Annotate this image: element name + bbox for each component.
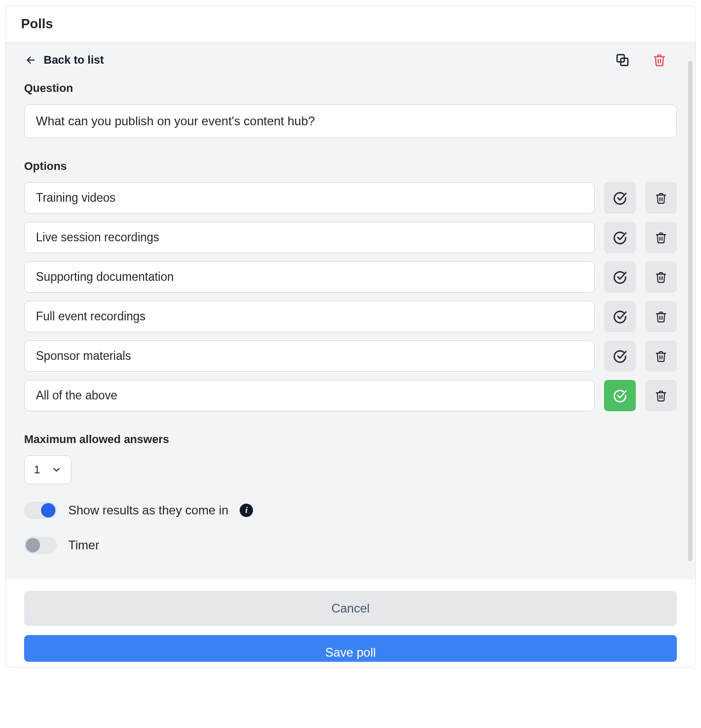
option-input[interactable] xyxy=(24,301,595,332)
info-icon[interactable]: i xyxy=(240,504,253,517)
mark-correct-button[interactable] xyxy=(604,222,636,253)
cancel-button[interactable]: Cancel xyxy=(24,591,677,626)
delete-option-button[interactable] xyxy=(645,261,677,293)
question-input[interactable] xyxy=(24,104,677,138)
option-row xyxy=(24,261,677,293)
option-input[interactable] xyxy=(24,340,595,372)
option-row xyxy=(24,182,677,214)
save-poll-button[interactable]: Save poll xyxy=(24,635,677,662)
mark-correct-button[interactable] xyxy=(604,182,636,214)
check-circle-icon xyxy=(613,191,627,205)
duplicate-poll-button[interactable] xyxy=(615,53,630,67)
delete-option-button[interactable] xyxy=(645,340,677,372)
mark-correct-button[interactable] xyxy=(604,340,636,372)
chevron-down-icon xyxy=(51,465,62,475)
delete-option-button[interactable] xyxy=(645,182,677,214)
show-results-label: Show results as they come in xyxy=(68,503,228,518)
timer-label: Timer xyxy=(68,538,99,552)
option-row xyxy=(24,340,677,372)
trash-icon xyxy=(655,192,667,204)
option-row xyxy=(24,301,677,332)
mark-correct-button[interactable] xyxy=(604,261,636,293)
trash-icon xyxy=(655,311,667,323)
panel-body: Back to list Question Options xyxy=(6,43,695,580)
trash-icon xyxy=(655,350,667,362)
check-circle-icon xyxy=(613,231,627,245)
question-label: Question xyxy=(24,82,677,95)
scrollbar[interactable] xyxy=(688,61,692,561)
mark-correct-button[interactable] xyxy=(604,301,636,332)
max-answers-label: Maximum allowed answers xyxy=(24,433,677,446)
option-input[interactable] xyxy=(24,380,595,411)
back-label: Back to list xyxy=(44,53,104,67)
check-circle-icon xyxy=(613,349,627,363)
delete-option-button[interactable] xyxy=(645,222,677,253)
option-row xyxy=(24,380,677,411)
check-circle-icon xyxy=(613,270,627,284)
panel-title: Polls xyxy=(6,6,695,43)
delete-option-button[interactable] xyxy=(645,380,677,411)
poll-editor-panel: Polls Back to list xyxy=(5,5,696,667)
check-circle-icon xyxy=(613,310,627,324)
options-label: Options xyxy=(24,160,677,173)
option-input[interactable] xyxy=(24,182,595,214)
max-answers-select[interactable]: 1 xyxy=(24,455,71,484)
check-circle-icon xyxy=(613,389,627,403)
delete-poll-button[interactable] xyxy=(652,53,667,67)
delete-option-button[interactable] xyxy=(645,301,677,332)
trash-icon xyxy=(655,232,667,244)
back-to-list-link[interactable]: Back to list xyxy=(24,53,104,67)
show-results-toggle[interactable] xyxy=(24,502,57,519)
timer-toggle[interactable] xyxy=(24,537,57,554)
trash-icon xyxy=(655,390,667,402)
mark-correct-button[interactable] xyxy=(604,380,636,411)
option-input[interactable] xyxy=(24,261,595,293)
trash-icon xyxy=(655,271,667,283)
arrow-left-icon xyxy=(24,55,37,65)
footer: Cancel Save poll xyxy=(6,580,695,667)
option-input[interactable] xyxy=(24,222,595,253)
trash-icon xyxy=(653,53,666,67)
option-row xyxy=(24,222,677,253)
max-answers-value: 1 xyxy=(34,463,40,476)
options-list xyxy=(24,182,677,411)
copy-icon xyxy=(615,53,630,67)
